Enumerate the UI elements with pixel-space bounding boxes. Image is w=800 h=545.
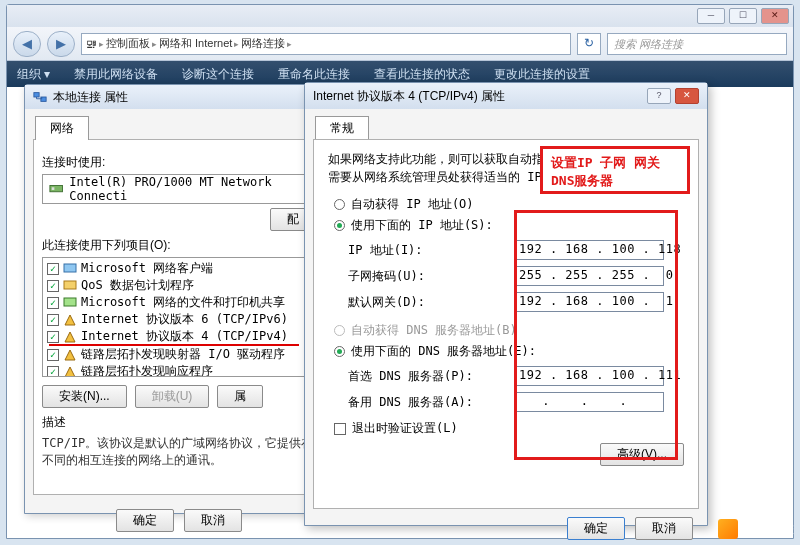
breadcrumb-2[interactable]: 网络和 Internet (159, 36, 232, 51)
nav-back-button[interactable]: ◀ (13, 31, 41, 57)
cmd-diagnose[interactable]: 诊断这个连接 (182, 66, 254, 83)
mask-label: 子网掩码(U): (348, 268, 508, 285)
item-label: 链路层拓扑发现响应程序 (81, 363, 213, 377)
adapter-box: Intel(R) PRO/1000 MT Network Connecti (42, 174, 316, 204)
svg-rect-6 (64, 298, 76, 306)
list-item[interactable]: ✓Internet 协议版本 6 (TCP/IPv6) (45, 311, 313, 328)
item-properties-button[interactable]: 属 (217, 385, 263, 408)
install-button[interactable]: 安装(N)... (42, 385, 127, 408)
adapter-name: Intel(R) PRO/1000 MT Network Connecti (69, 175, 309, 203)
desc-text: TCP/IP。该协议是默认的广域网络协议，它提供在不同的相互连接的网络上的通讯。 (42, 435, 316, 469)
watermark-icon (718, 519, 738, 539)
radio-label: 使用下面的 DNS 服务器地址(E): (351, 343, 536, 360)
cmd-rename[interactable]: 重命名此连接 (278, 66, 350, 83)
item-label: Internet 协议版本 6 (TCP/IPv6) (81, 311, 288, 328)
radio-label: 自动获得 IP 地址(O) (351, 196, 474, 213)
nic-icon (49, 181, 63, 197)
connect-using-label: 连接时使用: (42, 154, 316, 171)
cmd-disable[interactable]: 禁用此网络设备 (74, 66, 158, 83)
protocol-icon (63, 365, 77, 378)
explorer-max-button[interactable]: ☐ (729, 8, 757, 24)
checkbox-icon[interactable]: ✓ (47, 297, 59, 309)
item-label: 链路层拓扑发现映射器 I/O 驱动程序 (81, 346, 285, 363)
network-icon (33, 90, 47, 104)
list-item-ipv4[interactable]: ✓Internet 协议版本 4 (TCP/IPv4) (45, 328, 313, 345)
properties-titlebar: 本地连接 属性 (25, 85, 333, 109)
checkbox-icon[interactable]: ✓ (47, 280, 59, 292)
ip-label: IP 地址(I): (348, 242, 508, 259)
search-input[interactable]: 搜索 网络连接 (607, 33, 787, 55)
annotation-box (514, 210, 678, 460)
desc-label: 描述 (42, 414, 316, 431)
ipv4-body: 如果网络支持此功能，则可以获取自动指派的 IP 设置。否则，您需要从网络系统管理… (313, 139, 699, 509)
items-label: 此连接使用下列项目(O): (42, 237, 316, 254)
qos-icon (63, 279, 77, 293)
gateway-label: 默认网关(D): (348, 294, 508, 311)
ipv4-close-button[interactable]: ✕ (675, 88, 699, 104)
breadcrumb-3[interactable]: 网络连接 (241, 36, 285, 51)
list-item[interactable]: ✓QoS 数据包计划程序 (45, 277, 313, 294)
explorer-titlebar: ─ ☐ ✕ (7, 5, 793, 27)
fileshare-icon (63, 296, 77, 310)
properties-footer: 确定 取消 (25, 503, 333, 542)
tab-general[interactable]: 常规 (315, 116, 369, 140)
properties-title: 本地连接 属性 (53, 89, 128, 106)
checkbox-icon[interactable]: ✓ (47, 263, 59, 275)
ipv4-properties-dialog: Internet 协议版本 4 (TCP/IPv4) 属性 ? ✕ 常规 如果网… (304, 82, 708, 526)
svg-rect-5 (64, 281, 76, 289)
checkbox-icon[interactable]: ✓ (47, 349, 59, 361)
connection-items-list[interactable]: ✓Microsoft 网络客户端 ✓QoS 数据包计划程序 ✓Microsoft… (42, 257, 316, 377)
explorer-min-button[interactable]: ─ (697, 8, 725, 24)
item-label: Microsoft 网络的文件和打印机共享 (81, 294, 285, 311)
radio-label: 使用下面的 IP 地址(S): (351, 217, 493, 234)
radio-label: 自动获得 DNS 服务器地址(B) (351, 322, 517, 339)
help-button[interactable]: ? (647, 88, 671, 104)
checkbox-icon[interactable]: ✓ (47, 366, 59, 378)
item-label: Internet 协议版本 4 (TCP/IPv4) (81, 328, 288, 345)
radio-icon (334, 220, 345, 231)
list-item[interactable]: ✓链路层拓扑发现映射器 I/O 驱动程序 (45, 346, 313, 363)
cancel-button[interactable]: 取消 (184, 509, 242, 532)
ipv4-ok-button[interactable]: 确定 (567, 517, 625, 540)
exit-validate-label: 退出时验证设置(L) (352, 420, 458, 437)
cmd-status[interactable]: 查看此连接的状态 (374, 66, 470, 83)
client-icon (63, 262, 77, 276)
protocol-icon (63, 313, 77, 327)
breadcrumb-separator: ▸ (99, 39, 104, 49)
explorer-toolbar: ◀ ▶ 🖳 ▸ 控制面板 ▸ 网络和 Internet ▸ 网络连接 ▸ ↻ 搜… (7, 27, 793, 61)
dns2-label: 备用 DNS 服务器(A): (348, 394, 508, 411)
protocol-icon (63, 330, 77, 344)
explorer-close-button[interactable]: ✕ (761, 8, 789, 24)
watermark-text: 创新互联 (742, 520, 794, 538)
checkbox-icon[interactable]: ✓ (47, 314, 59, 326)
uninstall-button: 卸载(U) (135, 385, 210, 408)
svg-rect-0 (34, 93, 39, 97)
cmd-settings[interactable]: 更改此连接的设置 (494, 66, 590, 83)
watermark: 创新互联 (718, 519, 794, 539)
refresh-button[interactable]: ↻ (577, 33, 601, 55)
svg-rect-4 (64, 264, 76, 272)
svg-rect-3 (52, 187, 55, 190)
protocol-icon (63, 348, 77, 362)
breadcrumb-1[interactable]: 控制面板 (106, 36, 150, 51)
dns1-label: 首选 DNS 服务器(P): (348, 368, 508, 385)
address-bar[interactable]: 🖳 ▸ 控制面板 ▸ 网络和 Internet ▸ 网络连接 ▸ (81, 33, 571, 55)
breadcrumb-separator: ▸ (287, 39, 292, 49)
checkbox-icon[interactable]: ✓ (334, 423, 346, 435)
nav-forward-button[interactable]: ▶ (47, 31, 75, 57)
tab-network[interactable]: 网络 (35, 116, 89, 140)
list-item[interactable]: ✓链路层拓扑发现响应程序 (45, 363, 313, 377)
ipv4-titlebar: Internet 协议版本 4 (TCP/IPv4) 属性 ? ✕ (305, 83, 707, 109)
annotation-callout: 设置IP 子网 网关 DNS服务器 (540, 146, 690, 194)
properties-body: 连接时使用: Intel(R) PRO/1000 MT Network Conn… (33, 139, 325, 495)
list-item[interactable]: ✓Microsoft 网络客户端 (45, 260, 313, 277)
connection-properties-dialog: 本地连接 属性 网络 连接时使用: Intel(R) PRO/1000 MT N… (24, 84, 334, 514)
breadcrumb-separator: ▸ (234, 39, 239, 49)
checkbox-icon[interactable]: ✓ (47, 331, 59, 343)
cmd-organize[interactable]: 组织 ▾ (17, 66, 50, 83)
ipv4-footer: 确定 取消 (305, 517, 707, 545)
radio-icon (334, 325, 345, 336)
ipv4-cancel-button[interactable]: 取消 (635, 517, 693, 540)
list-item[interactable]: ✓Microsoft 网络的文件和打印机共享 (45, 294, 313, 311)
ok-button[interactable]: 确定 (116, 509, 174, 532)
